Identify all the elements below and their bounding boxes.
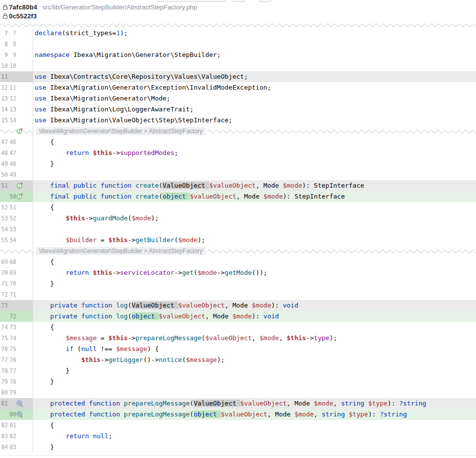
code-content: { (33, 137, 476, 148)
line-number-new: 74 (9, 335, 16, 342)
code-line[interactable]: 5453 (0, 224, 476, 235)
gutter: 80 (0, 409, 33, 420)
code-line[interactable]: 1514use Ibexa\Migration\ValueObject\Step… (0, 115, 476, 126)
code-line[interactable]: 4847 return $this->supportedModes; (0, 148, 476, 158)
gutter: 8079 (0, 387, 33, 398)
code-line[interactable]: 1312use Ibexa\Migration\Generator\Mode; (0, 93, 476, 104)
code-line[interactable]: 72 private function log(object $valueObj… (0, 311, 476, 322)
line-number-old: 52 (0, 204, 8, 211)
code-line[interactable]: 7776 $this->getLogger()->notice($message… (0, 355, 476, 365)
code-content: } (33, 376, 476, 387)
gutter: 99 (0, 50, 33, 60)
collapsed-region-label: \Ibexa\Migration\Generator\StepBuilder >… (36, 247, 206, 255)
line-number-new: 75 (9, 346, 16, 353)
gutter: 1211 (0, 82, 33, 93)
line-number-new: 47 (9, 150, 16, 156)
line-number-old: 15 (0, 117, 8, 124)
commit-hash-new[interactable]: 0c5522f3 (9, 12, 37, 20)
code-line[interactable]: 7170 } (0, 278, 476, 289)
line-number-new: 9 (9, 51, 16, 58)
code-line[interactable]: 1413use Ibexa\Migration\Log\LoggerAwareT… (0, 104, 476, 115)
implements-method-icon[interactable] (16, 193, 23, 200)
line-number-new: 78 (9, 378, 16, 385)
line-number-old: 78 (0, 367, 8, 374)
diff-editor: 77declare(strict_types=1);8899namespace … (0, 22, 476, 453)
gutter: 4948 (0, 158, 33, 169)
code-content: final public function create(object $val… (33, 191, 476, 202)
code-line[interactable]: 81 protected function prepareLogMessage(… (0, 398, 476, 409)
collapsed-region-separator[interactable]: \Ibexa\Migration\Generator\StepBuilder >… (0, 126, 476, 137)
code-line[interactable]: 7473 { (0, 322, 476, 333)
code-line[interactable]: 11use Ibexa\Contracts\Core\Repository\Va… (0, 71, 476, 82)
code-line[interactable]: 73 private function log(ValueObject $val… (0, 300, 476, 311)
line-number-new: 49 (9, 171, 16, 178)
line-number-new: 79 (9, 389, 16, 396)
code-line[interactable]: 4948 } (0, 158, 476, 169)
code-content: return null; (33, 431, 476, 442)
code-line[interactable]: 5352 $this->guardMode($mode); (0, 213, 476, 224)
line-number-new: 8 (9, 41, 16, 48)
code-line[interactable]: 1211use Ibexa\Migration\Generator\Except… (0, 82, 476, 93)
line-number-new: 81 (9, 422, 16, 429)
line-number-old: 80 (0, 389, 8, 396)
code-line[interactable]: 77declare(strict_types=1); (0, 28, 476, 39)
collapsed-region-separator[interactable]: \Ibexa\Migration\Generator\StepBuilder >… (0, 246, 476, 256)
code-line[interactable]: 8079 (0, 387, 476, 398)
gutter: 7473 (0, 322, 33, 333)
line-number-new: 51 (9, 204, 16, 211)
code-line[interactable]: 7069 return $this->serviceLocator->get($… (0, 267, 476, 278)
gutter: 8281 (0, 420, 33, 431)
gutter: 51 (0, 180, 33, 191)
line-number-old: 10 (0, 62, 8, 69)
gutter (0, 126, 33, 137)
gutter: 5251 (0, 202, 33, 213)
code-line[interactable]: 50 final public function create(object $… (0, 191, 476, 202)
code-line[interactable]: 88 (0, 39, 476, 50)
line-number-old: 81 (0, 400, 8, 407)
code-content: \Ibexa\Migration\Generator\StepBuilder >… (33, 246, 476, 256)
code-line[interactable]: 5049 (0, 169, 476, 180)
gutter: 73 (0, 300, 33, 311)
code-line[interactable]: 8382 return null; (0, 431, 476, 442)
revision-row-new: 0c5522f3 (0, 11, 476, 20)
commit-hash-old[interactable]: 7afc80b4 (9, 3, 37, 11)
code-content: use Ibexa\Migration\Generator\Mode; (33, 93, 476, 104)
gutter: 72 (0, 311, 33, 322)
code-line[interactable]: 80 protected function prepareLogMessage(… (0, 409, 476, 420)
code-content: } (33, 442, 476, 453)
code-content (33, 289, 476, 300)
code-line[interactable]: 1010 (0, 60, 476, 71)
implements-method-icon[interactable] (16, 128, 23, 135)
code-line[interactable]: 7675 if (null !== $message) { (0, 344, 476, 355)
code-content: use Ibexa\Migration\Log\LoggerAwareTrait… (33, 104, 476, 115)
code-line[interactable]: 99namespace Ibexa\Migration\Generator\St… (0, 50, 476, 60)
code-line[interactable]: 6968 { (0, 256, 476, 267)
overridden-method-icon[interactable] (16, 411, 23, 418)
gutter: 5352 (0, 213, 33, 224)
code-content: if (null !== $message) { (33, 344, 476, 355)
line-number-old: 73 (0, 302, 8, 309)
code-line[interactable]: 7877 } (0, 365, 476, 376)
fold-wave (0, 248, 33, 254)
code-line[interactable]: 7271 (0, 289, 476, 300)
code-content: declare(strict_types=1); (33, 28, 476, 39)
implements-method-icon[interactable] (16, 182, 23, 189)
code-line[interactable]: 7978 } (0, 376, 476, 387)
code-content (33, 387, 476, 398)
cutoff-control-artifact (259, 0, 271, 2)
code-line[interactable]: 5554 $builder = $this->getBuilder($mode)… (0, 235, 476, 246)
code-line[interactable]: 7574 $message = $this->prepareLogMessage… (0, 333, 476, 344)
code-line[interactable]: 8281 { (0, 420, 476, 431)
line-number-old: 69 (0, 258, 8, 265)
code-line[interactable]: 4746 { (0, 137, 476, 148)
cutoff-control-artifact (232, 0, 245, 2)
collapsed-region-wave[interactable] (0, 22, 476, 28)
code-content: } (33, 365, 476, 376)
code-line[interactable]: 51 final public function create(ValueObj… (0, 180, 476, 191)
line-number-new: 70 (9, 280, 16, 287)
code-content: { (33, 420, 476, 431)
overridden-method-icon[interactable] (16, 400, 23, 407)
code-line[interactable]: 5251 { (0, 202, 476, 213)
code-line[interactable]: 8483 } (0, 442, 476, 453)
code-content: $message = $this->prepareLogMessage($val… (33, 333, 476, 344)
